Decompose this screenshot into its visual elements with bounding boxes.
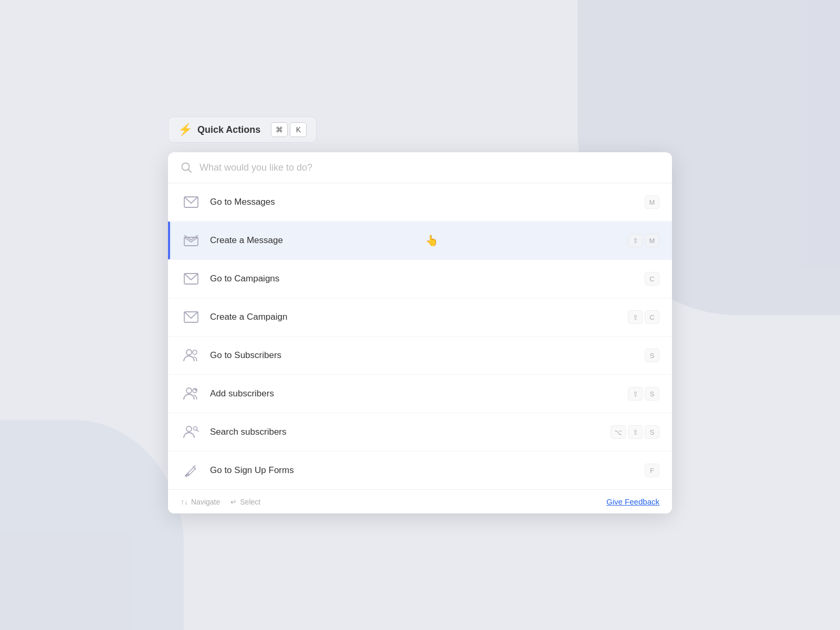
envelope-icon	[181, 192, 202, 213]
shortcut-key-m: M	[645, 195, 659, 209]
give-feedback-link[interactable]: Give Feedback	[606, 497, 659, 506]
action-shortcut: ⇧ C	[628, 310, 659, 324]
action-shortcut: S	[645, 349, 659, 362]
shortcut-key-shift: ⇧	[628, 310, 643, 324]
action-item-go-to-sign-up-forms[interactable]: Go to Sign Up Forms F	[168, 452, 672, 489]
shortcut-key-s: S	[645, 387, 659, 401]
action-item-go-to-messages[interactable]: Go to Messages M	[168, 183, 672, 222]
navigate-label: Navigate	[191, 498, 220, 506]
badge-title: Quick Actions	[197, 124, 260, 135]
shortcut-key-alt: ⌥	[611, 425, 626, 439]
svg-line-1	[188, 170, 192, 173]
svg-point-12	[186, 426, 192, 432]
shortcut-key-s: S	[645, 425, 659, 439]
enter-icon: ↵	[230, 498, 237, 506]
action-label: Go to Campaigns	[210, 274, 645, 284]
search-icon	[181, 162, 192, 173]
shortcut-key-s: S	[645, 349, 659, 362]
action-shortcut: ⇧ M	[628, 234, 659, 247]
k-key: K	[290, 122, 307, 137]
envelope-icon	[181, 307, 202, 328]
action-shortcut: C	[645, 272, 659, 286]
action-item-create-a-campaign[interactable]: Create a Campaign ⇧ C	[168, 298, 672, 337]
action-shortcut: F	[645, 464, 659, 477]
quick-actions-badge: ⚡ Quick Actions ⌘ K	[168, 117, 317, 143]
search-input[interactable]	[200, 162, 659, 173]
lightning-icon: ⚡	[178, 123, 192, 136]
action-label: Go to Messages	[210, 197, 645, 207]
shortcut-key-f: F	[645, 464, 659, 477]
arrows-icon: ↑↓	[181, 498, 188, 506]
people-icon	[181, 345, 202, 366]
envelope-open-icon	[181, 230, 202, 251]
shortcut-key-c: C	[645, 272, 659, 286]
action-shortcut: ⌥ ⇧ S	[611, 425, 659, 439]
action-list: Go to Messages M Create a Message 👆	[168, 183, 672, 489]
people-search-icon	[181, 422, 202, 443]
svg-point-7	[193, 350, 197, 354]
page-container: ⚡ Quick Actions ⌘ K	[168, 117, 672, 513]
svg-point-6	[186, 350, 192, 355]
svg-point-8	[186, 388, 192, 393]
shortcut-key-c: C	[645, 310, 659, 324]
action-label: Go to Subscribers	[210, 350, 645, 361]
action-label: Add subscribers	[210, 388, 628, 399]
envelope-icon	[181, 268, 202, 289]
pencil-icon	[181, 460, 202, 481]
action-label: Go to Sign Up Forms	[210, 465, 645, 476]
navigate-hint: ↑↓ Navigate	[181, 498, 220, 506]
quick-actions-panel: Go to Messages M Create a Message 👆	[168, 152, 672, 513]
action-label: Create a Campaign	[210, 312, 628, 322]
svg-line-14	[197, 430, 199, 432]
shortcut-key-shift: ⇧	[628, 234, 643, 247]
action-item-go-to-campaigns[interactable]: Go to Campaigns C	[168, 260, 672, 298]
shortcut-key-shift: ⇧	[628, 387, 643, 401]
action-shortcut: M	[645, 195, 659, 209]
people-add-icon	[181, 383, 202, 404]
footer-hints: ↑↓ Navigate ↵ Select	[181, 498, 260, 506]
cmd-key: ⌘	[271, 122, 288, 137]
action-label: Search subscribers	[210, 427, 611, 437]
badge-shortcut: ⌘ K	[271, 122, 307, 137]
action-shortcut: ⇧ S	[628, 387, 659, 401]
action-item-search-subscribers[interactable]: Search subscribers ⌥ ⇧ S	[168, 413, 672, 452]
action-item-go-to-subscribers[interactable]: Go to Subscribers S	[168, 337, 672, 375]
search-bar	[168, 152, 672, 183]
action-item-add-subscribers[interactable]: Add subscribers ⇧ S	[168, 375, 672, 413]
select-label: Select	[240, 498, 260, 506]
action-label: Create a Message	[210, 235, 628, 246]
action-item-create-a-message[interactable]: Create a Message 👆 ⇧ M	[168, 222, 672, 260]
panel-footer: ↑↓ Navigate ↵ Select Give Feedback	[168, 489, 672, 513]
shortcut-key-shift: ⇧	[628, 425, 643, 439]
select-hint: ↵ Select	[230, 498, 260, 506]
shortcut-key-m: M	[645, 234, 659, 247]
